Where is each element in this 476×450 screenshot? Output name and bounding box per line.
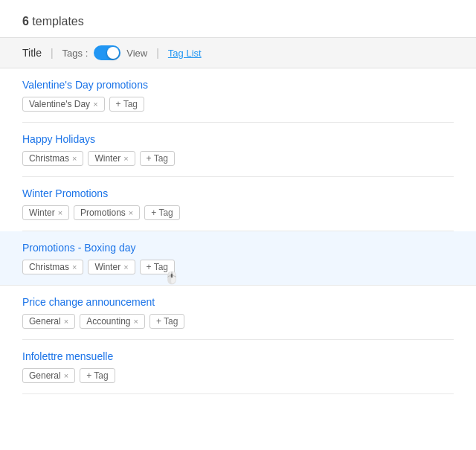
tag-remove[interactable]: ×	[129, 209, 133, 217]
add-tag-button[interactable]: + Tag	[80, 368, 115, 383]
tag-item: Accounting ×	[80, 314, 145, 329]
tag-item: Winter ×	[88, 151, 135, 166]
tag-list-link[interactable]: Tag List	[168, 48, 202, 59]
tag-item: Christmas ×	[22, 260, 83, 274]
tags-row: Christmas × Winter × + Tag 🖱️	[22, 260, 454, 274]
tags-row: Christmas × Winter × + Tag	[22, 151, 454, 166]
template-count: 6	[22, 15, 29, 28]
template-item: Valentine's Day promotions Valentine's D…	[22, 68, 454, 123]
tags-toggle[interactable]	[94, 45, 120, 60]
tags-row: General × + Tag	[22, 368, 454, 383]
tag-remove[interactable]: ×	[134, 318, 138, 326]
template-list: Valentine's Day promotions Valentine's D…	[0, 68, 476, 394]
template-item-highlighted: Promotions - Boxing day Christmas × Wint…	[0, 231, 476, 286]
toolbar-tags-label: Tags :	[62, 48, 89, 59]
tag-remove[interactable]: ×	[123, 263, 128, 271]
toolbar-sep2: |	[156, 47, 159, 59]
template-item: Infolettre mensuelle General × + Tag	[22, 340, 454, 394]
template-link[interactable]: Promotions - Boxing day	[22, 242, 454, 254]
tags-row: Valentine's Day × + Tag	[22, 97, 454, 112]
add-tag-button[interactable]: + Tag	[140, 151, 175, 166]
page-header: 6 templates	[0, 0, 476, 37]
tag-remove[interactable]: ×	[58, 209, 62, 217]
tag-item: Christmas ×	[22, 151, 83, 166]
tag-item: General ×	[22, 368, 75, 383]
tags-row: Winter × Promotions × + Tag	[22, 205, 454, 220]
toolbar-view-label: View	[126, 48, 147, 59]
tag-remove[interactable]: ×	[64, 318, 68, 326]
template-link[interactable]: Happy Holidays	[22, 133, 454, 145]
template-item: Winter Promotions Winter × Promotions × …	[22, 177, 454, 231]
toolbar-title-label: Title	[22, 47, 42, 59]
tag-item: Winter ×	[88, 260, 135, 274]
tag-remove[interactable]: ×	[123, 155, 128, 163]
tag-item: General ×	[22, 314, 75, 329]
template-link[interactable]: Winter Promotions	[22, 187, 454, 199]
template-item: Happy Holidays Christmas × Winter × + Ta…	[22, 123, 454, 177]
template-link[interactable]: Infolettre mensuelle	[22, 350, 454, 362]
template-link[interactable]: Valentine's Day promotions	[22, 79, 454, 91]
tags-row: General × Accounting × + Tag	[22, 314, 454, 329]
template-count-label: templates	[32, 15, 83, 28]
add-tag-button[interactable]: + Tag	[144, 205, 179, 220]
toolbar: Title | Tags : View | Tag List	[0, 37, 476, 68]
toggle-switch[interactable]	[94, 45, 120, 60]
add-tag-container: + Tag 🖱️	[140, 260, 175, 274]
tag-remove[interactable]: ×	[93, 100, 97, 109]
add-tag-button[interactable]: + Tag	[149, 314, 184, 329]
template-item: Price change announcement General × Acco…	[22, 286, 454, 340]
tag-remove[interactable]: ×	[72, 155, 77, 163]
add-tag-button[interactable]: + Tag	[140, 260, 175, 274]
tag-item: Valentine's Day ×	[22, 97, 105, 112]
template-link[interactable]: Price change announcement	[22, 296, 454, 308]
page-title: 6 templates	[22, 15, 84, 28]
tag-item: Promotions ×	[74, 205, 140, 220]
tag-remove[interactable]: ×	[64, 372, 68, 380]
tag-remove[interactable]: ×	[72, 263, 77, 271]
add-tag-button[interactable]: + Tag	[109, 97, 144, 112]
toolbar-sep1: |	[51, 47, 54, 59]
tag-item: Winter ×	[22, 205, 69, 220]
